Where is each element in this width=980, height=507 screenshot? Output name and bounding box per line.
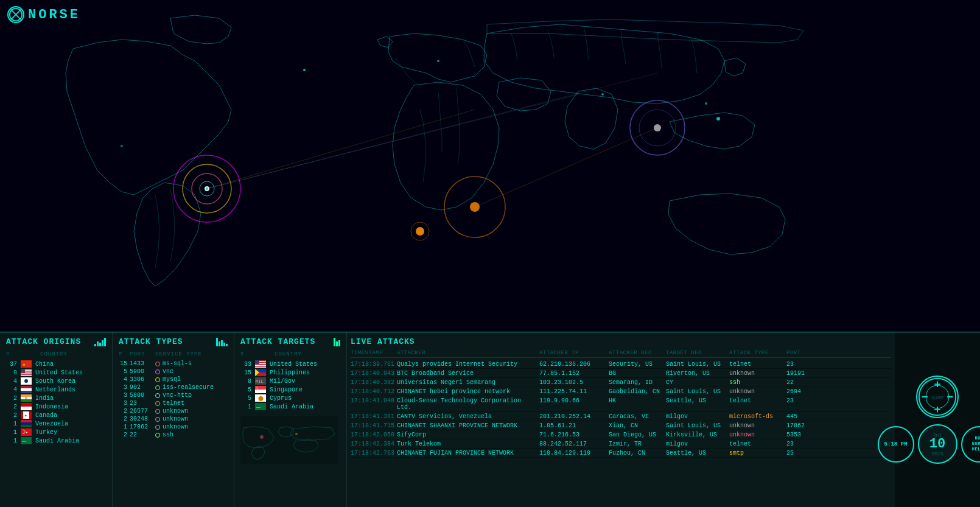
table-row: 17:18:42.763 CHINANET FUJIAN PROVINCE NE… — [351, 449, 891, 458]
targets-chart — [334, 338, 340, 346]
svg-rect-71 — [255, 360, 259, 364]
attack-types-panel: ATTACK TYPES # PORT SERVICE TYPE 15 1433… — [113, 332, 234, 507]
live-col-headers: TIMESTAMP ATTACKER ATTACKER IP ATTACKER … — [351, 350, 891, 358]
targets-map — [240, 416, 338, 464]
targets-rows: 33 United States 15 Philippines 8 MIL Mi… — [240, 360, 340, 411]
svg-point-40 — [24, 379, 28, 383]
list-item: 15 Philippines — [240, 368, 340, 377]
table-row: 17:18:42.384 Turk Telekom 88.242.52.117 … — [351, 439, 891, 449]
svg-text:★: ★ — [26, 430, 28, 435]
svg-rect-36 — [21, 374, 32, 376]
svg-point-86 — [295, 433, 298, 435]
list-item: 2 ✦ Canada — [6, 411, 106, 419]
svg-rect-41 — [21, 386, 32, 388]
time-widget: 5:18 PM — [878, 426, 914, 463]
table-row: 17:18:41.715 CHINANET SHAANXI PROVINCE N… — [351, 421, 891, 430]
list-item: 1 Venezuela — [6, 419, 106, 428]
svg-rect-70 — [255, 367, 266, 368]
svg-point-12 — [416, 227, 424, 236]
list-item: 2 26577 unknown — [119, 407, 228, 415]
attack-targets-panel: ATTACK TARGETS # COUNTRY 33 United State… — [234, 332, 347, 507]
attack-origins-panel: ATTACK ORIGINS # COUNTRY 37 ★ China 9 Un… — [0, 332, 113, 507]
svg-rect-55 — [21, 422, 32, 425]
svg-point-25 — [705, 102, 707, 105]
svg-rect-69 — [255, 366, 266, 367]
origins-title: ATTACK ORIGINS — [6, 337, 106, 346]
list-item: 5 ⬤ Cyprus — [240, 394, 340, 402]
list-item: 3 5800 vnc-http — [119, 391, 228, 399]
list-item: 2 Indonesia — [6, 402, 106, 411]
svg-text:✦: ✦ — [24, 413, 27, 418]
svg-point-20 — [654, 124, 661, 131]
table-row: 17:18:40.712 CHINANET hebei province net… — [351, 387, 891, 396]
how-widget[interactable]: HOWNORSEHELPS — [961, 426, 981, 463]
svg-rect-42 — [21, 388, 32, 391]
list-item: 5 ☽ Singapore — [240, 385, 340, 394]
svg-rect-48 — [21, 403, 32, 407]
list-item: 2 30248 unknown — [119, 415, 228, 423]
day-display: 10 — [929, 438, 945, 451]
svg-rect-3 — [0, 0, 980, 332]
table-row: 17:18:40.043 BTC Broadband Service 77.85… — [351, 369, 891, 378]
list-item: 1 ☽★ Turkey — [6, 428, 106, 436]
targets-title: ATTACK TARGETS — [240, 337, 340, 346]
svg-rect-43 — [21, 391, 32, 393]
list-item: 1 —— Saudi Arabia — [240, 402, 340, 411]
list-item: 37 ★ China — [6, 360, 106, 368]
svg-rect-49 — [21, 407, 32, 410]
types-chart — [216, 338, 228, 346]
list-item: 1 17862 unknown — [119, 423, 228, 431]
list-item: 8 MIL Mil/Gov — [240, 377, 340, 385]
year-display: 2015 — [931, 451, 943, 456]
svg-rect-44 — [21, 394, 32, 397]
time-display: 5:18 PM — [884, 441, 908, 447]
bottom-panel: ATTACK ORIGINS # COUNTRY 37 ★ China 9 Un… — [0, 332, 980, 507]
svg-point-19 — [206, 187, 208, 190]
right-widgets-panel: GLOBE 5:18 PM Jul 10 2015 HOWNORSEHELPS — [895, 332, 980, 507]
svg-rect-54 — [21, 420, 32, 422]
compass-widget[interactable]: GLOBE — [916, 376, 959, 418]
table-row: 17:18:41.381 CANTV Servicios, Venezuela … — [351, 412, 891, 421]
svg-text:⬤: ⬤ — [258, 396, 264, 401]
targets-col-headers: # COUNTRY — [240, 351, 340, 357]
list-item: 5 5900 vnc — [119, 368, 228, 376]
svg-point-23 — [437, 60, 439, 62]
list-item: 33 United States — [240, 360, 340, 368]
svg-text:MIL: MIL — [256, 379, 264, 384]
list-item: 4 3306 mysql — [119, 376, 228, 383]
list-item: 15 1433 ms-sql-s — [119, 360, 228, 368]
live-attacks-panel: LIVE ATTACKS TIMESTAMP ATTACKER ATTACKER… — [347, 332, 895, 507]
svg-rect-34 — [21, 372, 32, 374]
svg-point-85 — [260, 435, 264, 439]
svg-rect-67 — [255, 364, 266, 365]
svg-point-22 — [303, 69, 306, 71]
types-col-headers: # PORT SERVICE TYPE — [119, 351, 228, 357]
svg-rect-68 — [255, 365, 266, 366]
origins-rows: 37 ★ China 9 United States 4 South Korea… — [6, 360, 106, 445]
logo-text: NORSE — [28, 7, 80, 23]
logo-icon — [7, 6, 24, 23]
svg-text:★: ★ — [23, 362, 26, 367]
svg-rect-38 — [21, 369, 25, 372]
svg-text:☽: ☽ — [256, 386, 259, 392]
svg-text:——: —— — [21, 439, 27, 444]
table-row: 17:18:41.048 Cloud-Sense Technology Corp… — [351, 396, 891, 412]
list-item: 2 India — [6, 394, 106, 402]
list-item: 4 Netherlands — [6, 385, 106, 394]
types-title: ATTACK TYPES — [119, 337, 228, 346]
svg-text:——: —— — [256, 405, 261, 410]
world-map — [0, 0, 980, 332]
origins-chart — [94, 338, 106, 346]
svg-text:GLOBE: GLOBE — [931, 396, 943, 400]
date-widget: Jul 10 2015 — [918, 424, 957, 464]
svg-point-26 — [121, 145, 123, 147]
svg-rect-51 — [21, 411, 23, 419]
svg-rect-46 — [21, 399, 32, 402]
svg-rect-35 — [21, 374, 32, 375]
table-row: 17:18:39.761 Qualys provides Internet Se… — [351, 360, 891, 369]
table-row: 17:18:40.382 Universitas Negeri Semarang… — [351, 378, 891, 387]
svg-rect-52 — [29, 411, 32, 419]
list-item: 4 South Korea — [6, 377, 106, 385]
list-item: 3 23 telnet — [119, 399, 228, 407]
svg-rect-37 — [21, 376, 32, 377]
